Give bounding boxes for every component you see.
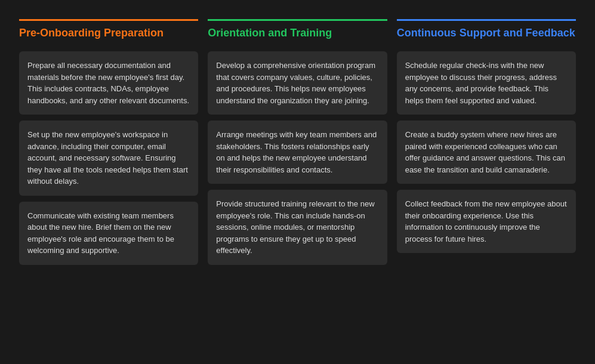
card-col2-2: Provide structured training relevant to … (208, 190, 387, 265)
column-header-col1: Pre-Onboarding Preparation (19, 19, 198, 45)
column-header-col2: Orientation and Training (208, 19, 387, 45)
card-col1-2: Communicate with existing team members a… (19, 202, 198, 265)
card-col2-1: Arrange meetings with key team members a… (208, 121, 387, 184)
column-col3: Continuous Support and FeedbackSchedule … (397, 19, 576, 265)
column-col2: Orientation and TrainingDevelop a compre… (208, 19, 387, 265)
card-col3-1: Create a buddy system where new hires ar… (397, 121, 576, 184)
card-col3-0: Schedule regular check-ins with the new … (397, 51, 576, 115)
column-col1: Pre-Onboarding PreparationPrepare all ne… (19, 19, 198, 265)
main-container: Pre-Onboarding PreparationPrepare all ne… (12, 12, 583, 272)
card-col3-2: Collect feedback from the new employee a… (397, 190, 576, 253)
card-col1-1: Set up the new employee's workspace in a… (19, 121, 198, 196)
card-col1-0: Prepare all necessary documentation and … (19, 51, 198, 115)
column-header-col3: Continuous Support and Feedback (397, 19, 576, 45)
card-col2-0: Develop a comprehensive orientation prog… (208, 51, 387, 115)
